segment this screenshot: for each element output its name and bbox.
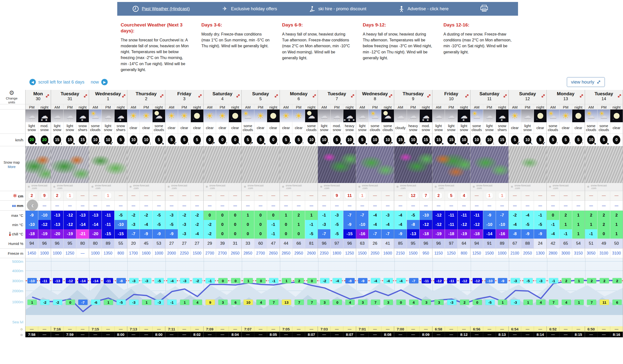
min-temp-value: -5	[165, 220, 178, 229]
expand-day-icon[interactable]	[83, 94, 88, 98]
temp-1000m-badge: 3	[358, 300, 367, 305]
expand-day-icon[interactable]	[617, 94, 622, 98]
snow-map-thumbnail[interactable]	[89, 146, 127, 183]
day-header-tuesday-14[interactable]: Tuesday 14	[585, 90, 623, 104]
snow-map-thumbnail[interactable]	[51, 146, 89, 183]
freeze-level-value: 1500	[407, 249, 420, 258]
expand-day-icon[interactable]	[541, 94, 545, 98]
temp-1000m-badge: 4	[256, 300, 266, 305]
snow-map-thumbnail[interactable]	[394, 146, 432, 183]
snow-map-thumbnail[interactable]	[280, 146, 318, 183]
chill-temp-value: -9	[534, 229, 546, 239]
sunset-time: —	[165, 332, 178, 337]
expand-day-icon[interactable]	[45, 94, 49, 98]
snow-amount: —	[221, 194, 224, 198]
snow-amount: 1	[499, 193, 505, 199]
expand-day-icon[interactable]	[579, 94, 583, 98]
temp-3000m-badge: -5	[523, 278, 533, 283]
snow-map-thumbnail[interactable]	[318, 146, 356, 183]
temp-3000m-badge: -11	[104, 278, 113, 283]
scroll-left-button[interactable]: ◀	[29, 79, 36, 85]
day-header-monday-6[interactable]: Monday 6	[280, 90, 318, 104]
sun-icon: ☀	[282, 112, 290, 120]
day-date: 8	[356, 97, 394, 101]
expand-day-icon[interactable]	[236, 94, 240, 98]
snow-map-thumbnail[interactable]	[432, 146, 470, 183]
max-temp-value: 1	[305, 211, 318, 220]
day-header-friday-10[interactable]: Friday 10	[432, 90, 470, 104]
sunrise-time: —	[420, 326, 432, 332]
humidity-value: 96	[51, 239, 64, 248]
sun-icon: ☀	[562, 112, 569, 120]
day-header-saturday-11[interactable]: Saturday 11	[470, 90, 509, 104]
sunset-time: 8:07	[305, 332, 318, 337]
sunrise-time: —	[76, 326, 89, 332]
day-header-sunday-12[interactable]: Sunday 12	[509, 90, 546, 104]
snow-map-thumbnail[interactable]	[25, 146, 51, 183]
snow-map-thumbnail[interactable]	[203, 146, 241, 183]
snow-map-thumbnail[interactable]	[509, 146, 546, 183]
day-header-monday-13[interactable]: Monday 13	[546, 90, 584, 104]
condition-label: someclouds	[585, 122, 598, 134]
snow-map-thumbnail[interactable]	[585, 146, 623, 183]
rain-amount: —	[368, 201, 381, 210]
view-hourly-button[interactable]: view hourly	[567, 77, 605, 87]
snow-map-thumbnail[interactable]	[241, 146, 280, 183]
day-header-wednesday-1[interactable]: Wednesday 1	[89, 90, 127, 104]
day-header-friday-3[interactable]: Friday 3	[165, 90, 203, 104]
expand-day-icon[interactable]	[122, 94, 126, 98]
snow-map-thumbnail[interactable]	[470, 146, 509, 183]
nav-past-weather[interactable]: Past Weather (Hindcast)	[132, 5, 190, 13]
day-header-mon-30[interactable]: Mon 30	[25, 90, 51, 104]
day-header-thursday-2[interactable]: Thursday 2	[127, 90, 165, 104]
snow-map-thumbnail[interactable]	[165, 146, 203, 183]
watermark-row: ❄ snow-forecast.com ❄ snow-forecast.com …	[0, 183, 623, 191]
watermark: ❄ snow-forecast.com	[89, 183, 127, 191]
temp-3000m-badge: -10	[485, 278, 495, 283]
condition-label: someclouds	[368, 122, 381, 134]
expand-day-icon[interactable]	[160, 94, 164, 98]
sunrise-time: 6:56	[470, 326, 483, 332]
day-header-tuesday-31[interactable]: Tuesday 31	[51, 90, 89, 104]
snow-amount: 7	[422, 193, 429, 199]
expand-day-icon[interactable]	[389, 94, 393, 98]
nav-advertise[interactable]: Advertise - click here	[398, 5, 449, 13]
wind-speed-badge: 10	[473, 136, 481, 144]
freeze-level-value: 2650	[267, 249, 280, 258]
day-header-tuesday-7[interactable]: Tuesday 7	[318, 90, 356, 104]
temp-1000m-badge: 3	[434, 300, 444, 305]
day-header-saturday-4[interactable]: Saturday 4	[203, 90, 241, 104]
snowflake-logo-icon: ❄	[91, 185, 94, 189]
change-units[interactable]: ⚙ Changeunits	[0, 90, 23, 104]
expand-day-icon[interactable]	[351, 94, 355, 98]
snow-map-thumbnail[interactable]	[356, 146, 394, 183]
humidity-value: 96	[343, 239, 356, 248]
sunrise-time: —	[496, 326, 509, 332]
max-temp-value: -10	[38, 211, 51, 220]
nav-ski-hire[interactable]: ski hire - promo discount	[309, 5, 366, 13]
snow-map-thumbnail[interactable]	[127, 146, 165, 183]
expand-day-icon[interactable]	[274, 94, 278, 98]
day-header-sunday-5[interactable]: Sunday 5	[241, 90, 280, 104]
freeze-level-value: 1500	[356, 249, 369, 258]
day-header-thursday-9[interactable]: Thursday 9	[394, 90, 432, 104]
expand-day-icon[interactable]	[198, 94, 202, 98]
expand-day-icon[interactable]	[503, 94, 507, 98]
expand-day-icon[interactable]	[465, 94, 469, 98]
temp-3000m-badge: -4	[371, 278, 380, 283]
expand-day-icon[interactable]	[427, 94, 431, 98]
expand-day-icon[interactable]	[312, 94, 316, 98]
temp-1000m-badge: 1	[180, 300, 189, 305]
max-temp-value: -13	[89, 211, 102, 220]
day-header-wednesday-8[interactable]: Wednesday 8	[356, 90, 394, 104]
chill-temp-value: -15	[114, 229, 127, 239]
nav-holiday-offers[interactable]: ✈ Exclusive holiday offers	[221, 5, 277, 13]
freeze-level-value: 2650	[229, 249, 241, 258]
snow-map-thumbnail[interactable]	[546, 146, 584, 183]
sunrise-time: —	[597, 326, 610, 332]
printer-icon[interactable]	[480, 5, 488, 13]
weather-icon-cell: ☁❄ ❄ ❄	[343, 109, 356, 122]
scroll-now-button[interactable]: ▶	[101, 79, 108, 85]
condition-label: someclouds	[241, 122, 254, 134]
snow-map-more-link[interactable]: More	[8, 165, 16, 169]
